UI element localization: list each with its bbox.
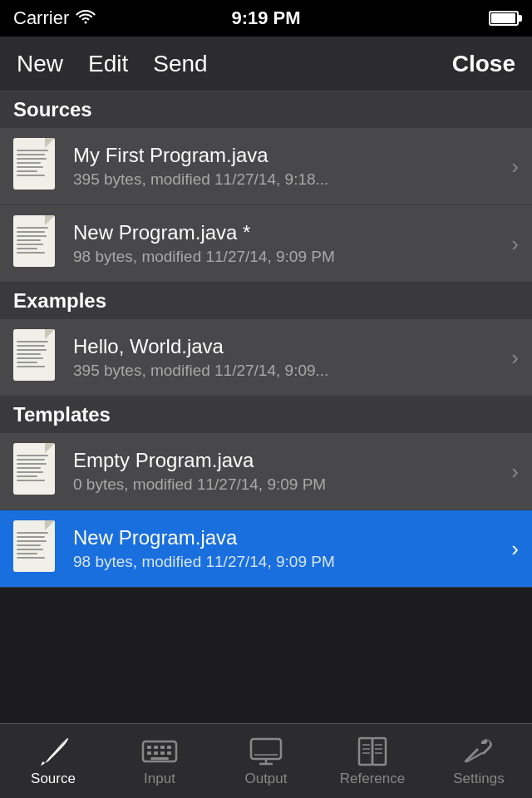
list-item[interactable]: My First Program.java 395 bytes, modifie…	[0, 128, 532, 205]
file-name: My First Program.java	[73, 144, 505, 167]
tab-bar: Source Input	[0, 723, 532, 798]
svg-rect-7	[160, 751, 165, 755]
file-meta: 395 bytes, modified 11/27/14, 9:09...	[73, 362, 505, 380]
file-info: Hello, World.java 395 bytes, modified 11…	[73, 335, 505, 380]
tab-reference-label: Reference	[340, 771, 405, 787]
settings-icon	[461, 736, 497, 767]
reference-icon	[354, 736, 391, 767]
svg-rect-3	[160, 746, 165, 749]
svg-rect-5	[147, 751, 151, 755]
file-name: New Program.java	[73, 526, 505, 549]
edit-button[interactable]: Edit	[88, 51, 128, 77]
wifi-icon	[76, 9, 96, 28]
list-item[interactable]: New Program.java 98 bytes, modified 11/2…	[0, 510, 532, 588]
source-icon	[35, 736, 71, 767]
tab-input[interactable]: Input	[106, 724, 213, 798]
list-item[interactable]: Hello, World.java 395 bytes, modified 11…	[0, 319, 532, 397]
tab-settings-label: Settings	[453, 771, 504, 787]
svg-rect-1	[147, 746, 151, 749]
section-header-templates: Templates	[0, 397, 532, 433]
file-meta: 98 bytes, modified 11/27/14, 9:09 PM	[73, 553, 505, 571]
section-header-examples: Examples	[0, 283, 532, 319]
output-icon	[248, 736, 284, 767]
chevron-right-icon: ›	[511, 231, 519, 257]
tab-source[interactable]: Source	[0, 724, 106, 798]
tab-settings[interactable]: Settings	[426, 724, 532, 798]
send-button[interactable]: Send	[153, 51, 207, 77]
chevron-right-icon: ›	[511, 345, 519, 371]
svg-rect-9	[150, 757, 169, 760]
svg-rect-4	[167, 746, 171, 749]
close-button[interactable]: Close	[452, 51, 515, 77]
file-name: Empty Program.java	[73, 449, 505, 472]
battery-icon	[489, 11, 519, 26]
carrier-label: Carrier	[13, 7, 69, 29]
section-header-sources: Sources	[0, 91, 532, 128]
file-list-content: Sources My First Program.java 395 bytes,…	[0, 91, 532, 723]
file-name: New Program.java *	[73, 221, 505, 244]
svg-rect-10	[251, 739, 281, 759]
nav-bar: New Edit Send Close	[0, 37, 532, 91]
list-item[interactable]: New Program.java * 98 bytes, modified 11…	[0, 205, 532, 283]
list-item[interactable]: Empty Program.java 0 bytes, modified 11/…	[0, 433, 532, 510]
tab-reference[interactable]: Reference	[319, 724, 426, 798]
file-meta: 98 bytes, modified 11/27/14, 9:09 PM	[73, 248, 505, 266]
chevron-right-icon: ›	[511, 154, 519, 180]
input-icon	[141, 736, 178, 767]
file-meta: 0 bytes, modified 11/27/14, 9:09 PM	[73, 475, 505, 494]
file-icon	[13, 215, 60, 272]
svg-rect-8	[167, 751, 171, 755]
file-icon	[13, 443, 60, 500]
svg-rect-6	[154, 751, 158, 755]
file-icon	[13, 138, 60, 195]
tab-input-label: Input	[144, 771, 175, 787]
tab-source-label: Source	[31, 771, 76, 787]
chevron-right-icon: ›	[511, 459, 519, 485]
file-info: My First Program.java 395 bytes, modifie…	[73, 144, 505, 189]
tab-output-label: Output	[244, 771, 287, 787]
file-info: New Program.java 98 bytes, modified 11/2…	[73, 526, 505, 571]
file-info: New Program.java * 98 bytes, modified 11…	[73, 221, 505, 266]
svg-rect-2	[154, 746, 158, 749]
tab-output[interactable]: Output	[213, 724, 319, 798]
file-icon	[13, 329, 60, 386]
time-label: 9:19 PM	[231, 7, 300, 29]
file-info: Empty Program.java 0 bytes, modified 11/…	[73, 449, 505, 494]
file-name: Hello, World.java	[73, 335, 505, 358]
status-bar: Carrier 9:19 PM	[0, 0, 532, 37]
chevron-right-icon: ›	[511, 536, 519, 562]
file-meta: 395 bytes, modified 11/27/14, 9:18...	[73, 170, 505, 189]
file-icon	[13, 520, 60, 577]
new-button[interactable]: New	[17, 51, 63, 77]
